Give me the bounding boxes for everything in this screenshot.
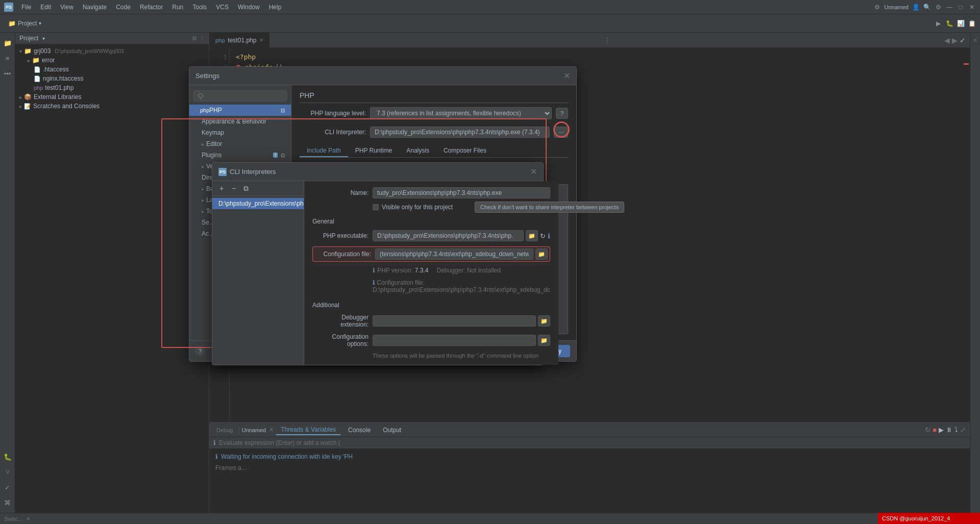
config-file-input[interactable] bbox=[375, 248, 533, 260]
structure-icon[interactable]: ≡ bbox=[2, 52, 14, 64]
cli-remove-btn[interactable]: − bbox=[229, 183, 239, 193]
cli-add-btn[interactable]: + bbox=[216, 183, 227, 193]
language-level-select[interactable]: 7.3 (references in list assignments, fle… bbox=[370, 107, 552, 119]
config-options-browse-icon[interactable]: 📁 bbox=[538, 335, 550, 346]
app-icon: PS bbox=[4, 3, 13, 12]
project-button[interactable]: 📁 Project ▾ bbox=[4, 18, 45, 29]
close-icon[interactable]: ✕ bbox=[968, 3, 976, 11]
menu-refactor[interactable]: Refactor bbox=[136, 3, 167, 12]
tab-analysis[interactable]: Analysis bbox=[399, 145, 436, 157]
menu-view[interactable]: View bbox=[56, 3, 78, 12]
editor-tab-test01[interactable]: php test01.php ✕ bbox=[209, 33, 270, 47]
visible-only-checkbox[interactable] bbox=[373, 204, 379, 210]
tree-item-htaccess[interactable]: 📄 .htaccess bbox=[15, 65, 209, 74]
debug-close-icon[interactable]: ✕ bbox=[269, 427, 274, 433]
debug-tab-output[interactable]: Output bbox=[378, 426, 406, 435]
config-options-row: Configuration options: 📁 bbox=[312, 333, 550, 347]
git-icon[interactable]: ⑂ bbox=[2, 466, 14, 478]
right-icon-1[interactable]: ≡ bbox=[973, 37, 976, 43]
settings-help-icon[interactable]: ? bbox=[195, 346, 205, 356]
terminal-icon[interactable]: ⌘ bbox=[2, 496, 14, 509]
gear-icon[interactable]: ⚙ bbox=[934, 3, 942, 11]
info-icon: ℹ bbox=[215, 453, 218, 460]
tree-item-root[interactable]: ▾ 📁 grj003 D:\phpstudy_pro\WWW\grj003 bbox=[15, 46, 209, 56]
debugger-ext-input[interactable] bbox=[373, 315, 536, 327]
tab-more-icon[interactable]: ⋮ bbox=[600, 37, 615, 44]
refresh-icon[interactable]: ↻ bbox=[925, 426, 930, 434]
menu-run[interactable]: Run bbox=[168, 3, 187, 12]
debug-tab-console[interactable]: Console bbox=[343, 426, 376, 435]
tab-close-icon[interactable]: ✕ bbox=[259, 37, 263, 43]
tree-item-test01[interactable]: php test01.php bbox=[15, 83, 209, 92]
nginx-htaccess-label: nginx.htaccess bbox=[43, 75, 83, 82]
more-icon[interactable]: ••• bbox=[2, 67, 14, 80]
step-over-icon[interactable]: ⤵ bbox=[954, 426, 958, 434]
nav-back-icon[interactable]: ◀ bbox=[944, 36, 950, 44]
menu-window[interactable]: Window bbox=[234, 3, 264, 12]
checkmark-icon[interactable]: ✓ bbox=[960, 36, 966, 44]
search-icon[interactable]: 🔍 bbox=[923, 3, 931, 11]
code-line-1: <?php bbox=[236, 52, 957, 62]
settings-item-plugins[interactable]: Plugins ! ⊡ bbox=[189, 149, 291, 161]
config-file-browse-icon[interactable]: 📁 bbox=[535, 248, 548, 260]
language-level-help-icon[interactable]: ? bbox=[556, 108, 568, 119]
php-exec-input[interactable] bbox=[373, 230, 524, 241]
cli-close-icon[interactable]: ✕ bbox=[530, 167, 537, 177]
user-icon[interactable]: 👤 bbox=[912, 3, 920, 11]
settings-icon[interactable]: ⚙ bbox=[873, 3, 881, 11]
menu-vcs[interactable]: VCS bbox=[212, 3, 233, 12]
profile-icon[interactable]: 📊 bbox=[957, 19, 965, 28]
tab-include-path[interactable]: Include Path bbox=[300, 145, 348, 157]
close-debug-icon[interactable]: ✕ bbox=[26, 516, 30, 521]
php-exec-browse-icon[interactable]: 📁 bbox=[526, 230, 538, 241]
coverage-icon[interactable]: 📋 bbox=[968, 19, 976, 28]
minimize-icon[interactable]: — bbox=[945, 3, 953, 11]
cli-copy-btn[interactable]: ⧉ bbox=[241, 183, 251, 193]
maximize-panel-icon[interactable]: ⤢ bbox=[960, 426, 966, 434]
nav-forward-icon[interactable]: ▶ bbox=[952, 36, 958, 44]
php-language-level-row: PHP language level: 7.3 (references in l… bbox=[300, 107, 568, 119]
project-settings-icon[interactable]: ⚙ bbox=[192, 35, 197, 42]
tree-item-error[interactable]: ▸ 📁 error bbox=[15, 56, 209, 65]
project-more-icon[interactable]: ⋮ bbox=[199, 35, 205, 42]
php-exec-info-icon[interactable]: ℹ bbox=[548, 232, 550, 240]
maximize-icon[interactable]: □ bbox=[957, 3, 965, 11]
cli-interpreter-btn[interactable]: ··· bbox=[554, 127, 568, 138]
stop-debug-icon[interactable]: ■ bbox=[933, 426, 937, 434]
folder-tree-icon[interactable]: 📁 bbox=[2, 37, 14, 49]
cli-name-input[interactable] bbox=[373, 187, 550, 198]
tree-item-nginx-htaccess[interactable]: 📄 nginx.htaccess bbox=[15, 74, 209, 83]
settings-item-keymap[interactable]: Keymap bbox=[189, 127, 291, 138]
switcher-label[interactable]: Switc... bbox=[4, 516, 22, 522]
php-exec-refresh-icon[interactable]: ↻ bbox=[540, 232, 546, 240]
debug-icon[interactable]: 🐛 bbox=[945, 19, 953, 28]
settings-item-php[interactable]: ▸ php PHP ⊡ bbox=[189, 105, 291, 116]
settings-item-appearance[interactable]: Appearance & Behavior bbox=[189, 116, 291, 127]
config-options-input[interactable] bbox=[373, 335, 536, 346]
todo-icon[interactable]: ✓ bbox=[2, 481, 14, 493]
pause-icon[interactable]: ⏸ bbox=[946, 426, 952, 434]
menu-navigate[interactable]: Navigate bbox=[79, 3, 111, 12]
run-icon[interactable]: ▶ bbox=[934, 19, 942, 28]
settings-item-editor[interactable]: ▸ Editor bbox=[189, 138, 291, 149]
menu-help[interactable]: Help bbox=[265, 3, 286, 12]
tab-composer-files[interactable]: Composer Files bbox=[436, 145, 494, 157]
tree-item-external-libs[interactable]: ▸ 📦 External Libraries bbox=[15, 92, 209, 102]
settings-search-input[interactable] bbox=[193, 90, 287, 102]
tab-php-runtime[interactable]: PHP Runtime bbox=[348, 145, 399, 157]
menu-tools[interactable]: Tools bbox=[188, 3, 211, 12]
debug-sidebar-icon[interactable]: 🐛 bbox=[2, 451, 14, 463]
menu-edit[interactable]: Edit bbox=[36, 3, 55, 12]
cli-interpreter-input[interactable] bbox=[370, 127, 550, 138]
menu-file[interactable]: File bbox=[17, 3, 35, 12]
external-libs-label: External Libraries bbox=[34, 93, 81, 101]
settings-close-icon[interactable]: ✕ bbox=[564, 71, 570, 81]
menu-code[interactable]: Code bbox=[112, 3, 135, 12]
resume-icon[interactable]: ▶ bbox=[939, 426, 944, 434]
project-dropdown-icon[interactable]: ▾ bbox=[42, 36, 45, 41]
debugger-ext-browse-icon[interactable]: 📁 bbox=[538, 315, 550, 327]
debug-tab-threads[interactable]: Threads & Variables bbox=[276, 425, 341, 435]
cli-list-item-0[interactable]: D:\phpstudy_pro\Extensions\php\ bbox=[212, 198, 304, 209]
tree-item-scratches[interactable]: ▸ 📝 Scratches and Consoles bbox=[15, 102, 209, 111]
settings-main-title: PHP bbox=[300, 91, 568, 103]
